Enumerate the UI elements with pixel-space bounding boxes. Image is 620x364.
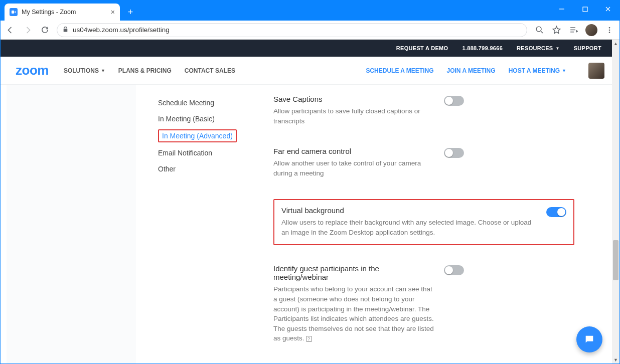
toggle-identify-guest[interactable]	[444, 265, 464, 275]
browser-tab[interactable]: My Settings - Zoom ×	[5, 4, 120, 21]
left-sidebar	[7, 85, 136, 363]
settings-list: Save Captions Allow participants to save…	[273, 95, 574, 363]
zoom-level-icon[interactable]	[534, 25, 544, 35]
settings-content: Schedule Meeting In Meeting (Basic) In M…	[136, 85, 619, 363]
svg-point-5	[609, 32, 610, 33]
solutions-menu[interactable]: SOLUTIONS▼	[64, 67, 105, 74]
guest-desc-text: Participants who belong to your account …	[273, 285, 434, 342]
schedule-meeting-link[interactable]: SCHEDULE A MEETING	[366, 67, 433, 74]
main-nav: zoom SOLUTIONS▼ PLANS & PRICING CONTACT …	[1, 57, 619, 85]
setting-desc: Allow participants to save fully closed …	[273, 106, 434, 126]
page: REQUEST A DEMO 1.888.799.9666 RESOURCES▼…	[1, 40, 619, 363]
caret-down-icon: ▼	[101, 68, 105, 73]
plans-link[interactable]: PLANS & PRICING	[118, 67, 172, 74]
tab-title: My Settings - Zoom	[22, 9, 76, 16]
toolbar: us04web.zoom.us/profile/setting	[1, 21, 619, 40]
svg-rect-0	[583, 7, 587, 12]
media-icon[interactable]	[568, 25, 578, 35]
maximize-button[interactable]	[573, 1, 596, 18]
browser-window: My Settings - Zoom × + us04web.zoom.us/p…	[0, 0, 620, 364]
request-demo-link[interactable]: REQUEST A DEMO	[396, 45, 448, 51]
svg-point-2	[536, 27, 541, 32]
nav-right: SCHEDULE A MEETING JOIN A MEETING HOST A…	[366, 63, 604, 79]
solutions-label: SOLUTIONS	[64, 67, 99, 74]
scroll-down-icon[interactable]: ▼	[612, 356, 619, 363]
zoom-logo[interactable]: zoom	[16, 63, 49, 78]
resources-menu[interactable]: RESOURCES▼	[517, 45, 560, 51]
caret-down-icon: ▼	[556, 46, 560, 51]
subnav-schedule-meeting[interactable]: Schedule Meeting	[158, 95, 263, 111]
toggle-virtual-background[interactable]	[546, 207, 566, 217]
setting-title: Save Captions	[273, 95, 434, 103]
page-scrollbar[interactable]: ▲ ▼	[612, 40, 619, 363]
window-controls	[550, 1, 619, 18]
zoom-favicon	[10, 8, 18, 16]
close-window-button[interactable]	[596, 1, 619, 18]
setting-desc: Participants who belong to your account …	[273, 284, 434, 343]
nav-left: SOLUTIONS▼ PLANS & PRICING CONTACT SALES	[64, 67, 235, 74]
join-meeting-link[interactable]: JOIN A MEETING	[447, 67, 496, 74]
host-meeting-menu[interactable]: HOST A MEETING▼	[509, 67, 566, 74]
settings-subnav: Schedule Meeting In Meeting (Basic) In M…	[158, 95, 263, 177]
setting-title: Identify guest participants in the meeti…	[273, 264, 434, 281]
subnav-in-meeting-basic[interactable]: In Meeting (Basic)	[158, 111, 263, 127]
host-label: HOST A MEETING	[509, 67, 560, 74]
svg-point-4	[609, 29, 610, 31]
phone-link[interactable]: 1.888.799.9666	[462, 45, 503, 51]
setting-save-captions: Save Captions Allow participants to save…	[273, 95, 574, 126]
url-text: us04web.zoom.us/profile/setting	[73, 26, 170, 34]
lock-icon	[62, 26, 69, 34]
setting-title: Far end camera control	[273, 147, 434, 155]
setting-title: Virtual background	[281, 206, 536, 215]
user-avatar[interactable]	[588, 63, 604, 79]
setting-virtual-background: Virtual background Allow users to replac…	[273, 199, 574, 245]
scroll-up-icon[interactable]: ▲	[612, 40, 619, 47]
setting-far-end-camera: Far end camera control Allow another use…	[273, 147, 574, 178]
setting-identify-guest: Identify guest participants in the meeti…	[273, 264, 574, 343]
contact-sales-link[interactable]: CONTACT SALES	[185, 67, 235, 74]
page-body: Schedule Meeting In Meeting (Basic) In M…	[1, 85, 619, 363]
kebab-menu-icon[interactable]	[604, 25, 614, 35]
tab-strip: My Settings - Zoom × +	[1, 1, 619, 21]
toggle-far-end-camera[interactable]	[444, 148, 464, 158]
subnav-other[interactable]: Other	[158, 161, 263, 177]
help-icon[interactable]: ?	[306, 336, 312, 342]
chat-icon	[584, 334, 595, 345]
svg-rect-1	[12, 11, 14, 14]
profile-avatar[interactable]	[585, 24, 597, 36]
support-link[interactable]: SUPPORT	[574, 45, 601, 51]
forward-button[interactable]	[23, 25, 33, 35]
subnav-email-notification[interactable]: Email Notification	[158, 145, 263, 161]
close-tab-icon[interactable]: ×	[111, 8, 115, 16]
new-tab-button[interactable]: +	[123, 5, 138, 20]
back-button[interactable]	[6, 25, 16, 35]
chat-fab[interactable]	[576, 326, 602, 352]
setting-desc: Allow users to replace their background …	[281, 218, 536, 237]
svg-point-3	[609, 27, 610, 29]
scroll-thumb[interactable]	[613, 240, 618, 280]
bookmark-icon[interactable]	[551, 25, 561, 35]
subnav-in-meeting-advanced[interactable]: In Meeting (Advanced)	[158, 129, 237, 142]
resources-label: RESOURCES	[517, 45, 553, 51]
address-bar[interactable]: us04web.zoom.us/profile/setting	[57, 23, 527, 37]
utility-bar: REQUEST A DEMO 1.888.799.9666 RESOURCES▼…	[1, 40, 619, 57]
caret-down-icon: ▼	[562, 68, 566, 73]
setting-desc: Allow another user to take control of yo…	[273, 158, 434, 178]
left-gutter	[1, 85, 7, 363]
minimize-button[interactable]	[550, 1, 573, 18]
reload-button[interactable]	[40, 25, 50, 35]
toggle-save-captions[interactable]	[444, 96, 464, 106]
